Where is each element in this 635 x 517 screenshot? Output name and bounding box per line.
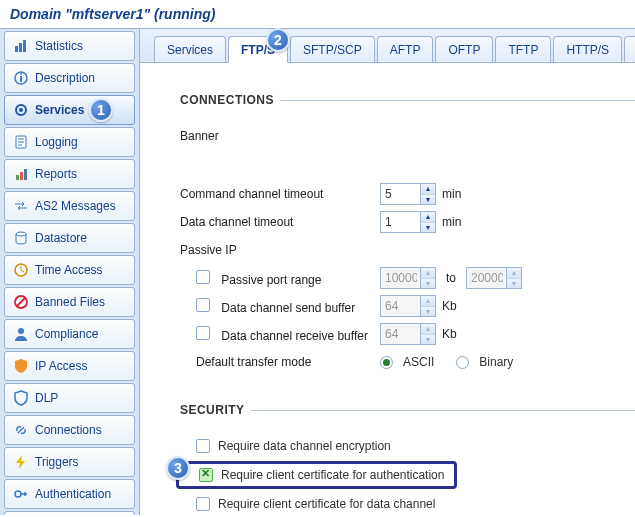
spin-down-icon: ▼ — [420, 335, 435, 345]
sidebar-item-compliance[interactable]: Compliance — [4, 319, 135, 349]
sidebar-item-label: IP Access — [35, 359, 128, 373]
info-icon — [13, 70, 29, 86]
bar-icon — [13, 166, 29, 182]
unit-kb: Kb — [442, 327, 457, 341]
db-icon — [13, 230, 29, 246]
sidebar-item-label: Compliance — [35, 327, 128, 341]
spin-up-icon: ▲ — [506, 268, 521, 279]
tab-strip: Services FTP/S SFTP/SCP AFTP OFTP TFTP H… — [140, 29, 635, 63]
spin-up-icon: ▲ — [420, 268, 435, 279]
spin-down-icon[interactable]: ▼ — [420, 223, 435, 233]
sidebar-item-label: Description — [35, 71, 128, 85]
svg-point-20 — [15, 491, 21, 497]
spin-up-icon[interactable]: ▲ — [420, 212, 435, 223]
require-client-cert-data-label: Require client certificate for data chan… — [218, 497, 435, 511]
content-panel: Services FTP/S SFTP/SCP AFTP OFTP TFTP H… — [140, 29, 635, 515]
sidebar-item-triggers[interactable]: Triggers — [4, 447, 135, 477]
port-range-from-spinner[interactable]: ▲▼ — [380, 267, 436, 289]
cmd-timeout-label: Command channel timeout — [180, 187, 380, 201]
sidebar-item-label: Statistics — [35, 39, 128, 53]
link-icon — [13, 422, 29, 438]
sidebar-item-label: AS2 Messages — [35, 199, 128, 213]
require-client-cert-auth-label: Require client certificate for authentic… — [221, 468, 444, 482]
sidebar-item-label: Authentication — [35, 487, 128, 501]
cmd-timeout-spinner[interactable]: ▲▼ — [380, 183, 436, 205]
highlight-require-client-cert-auth: Require client certificate for authentic… — [176, 461, 457, 489]
require-client-cert-data-checkbox[interactable] — [196, 497, 210, 511]
page-icon — [13, 134, 29, 150]
ban-icon — [13, 294, 29, 310]
chart-icon — [13, 38, 29, 54]
sidebar-item-as2[interactable]: AS2 Messages — [4, 191, 135, 221]
sidebar-item-ip-access[interactable]: IP Access — [4, 351, 135, 381]
sidebar-item-label: Datastore — [35, 231, 128, 245]
svg-rect-12 — [16, 175, 19, 180]
sidebar: Statistics Description Services Logging — [0, 29, 140, 515]
tab-oftp[interactable]: OFTP — [435, 36, 493, 62]
recv-buffer-spinner[interactable]: ▲▼ — [380, 323, 436, 345]
section-connections: CONNECTIONS Banner Command channel timeo… — [180, 93, 635, 383]
port-range-to-spinner[interactable]: ▲▼ — [466, 267, 522, 289]
sidebar-item-label: Triggers — [35, 455, 128, 469]
radio-binary-label: Binary — [479, 355, 513, 369]
svg-rect-4 — [20, 76, 22, 82]
tab-sftp[interactable]: SFTP/SCP — [290, 36, 375, 62]
data-timeout-spinner[interactable]: ▲▼ — [380, 211, 436, 233]
spin-up-icon[interactable]: ▲ — [420, 184, 435, 195]
spin-down-icon[interactable]: ▼ — [420, 195, 435, 205]
sidebar-item-dlp[interactable]: DLP — [4, 383, 135, 413]
require-encryption-checkbox[interactable] — [196, 439, 210, 453]
svg-line-18 — [17, 298, 25, 306]
tab-aftp[interactable]: AFTP — [377, 36, 434, 62]
port-range-checkbox[interactable] — [196, 270, 210, 284]
sidebar-item-time-access[interactable]: Time Access — [4, 255, 135, 285]
sidebar-item-datastore[interactable]: Datastore — [4, 223, 135, 253]
spin-up-icon: ▲ — [420, 324, 435, 335]
require-client-cert-auth-checkbox[interactable] — [199, 468, 213, 482]
recv-buffer-checkbox[interactable] — [196, 326, 210, 340]
tab-services[interactable]: Services — [154, 36, 226, 62]
sidebar-item-statistics[interactable]: Statistics — [4, 31, 135, 61]
send-buffer-checkbox[interactable] — [196, 298, 210, 312]
transfer-mode-label: Default transfer mode — [196, 355, 380, 369]
spin-down-icon: ▼ — [420, 279, 435, 289]
sidebar-item-label: Logging — [35, 135, 128, 149]
spin-up-icon: ▲ — [420, 296, 435, 307]
svg-rect-1 — [19, 43, 22, 52]
section-security-legend: SECURITY — [180, 403, 251, 417]
clock-icon — [13, 262, 29, 278]
sidebar-item-label: Connections — [35, 423, 128, 437]
radio-ascii[interactable] — [380, 356, 393, 369]
unit-kb: Kb — [442, 299, 457, 313]
radio-binary[interactable] — [456, 356, 469, 369]
sidebar-item-description[interactable]: Description — [4, 63, 135, 93]
svg-rect-0 — [15, 46, 18, 52]
sidebar-item-label: Time Access — [35, 263, 128, 277]
send-buffer-spinner[interactable]: ▲▼ — [380, 295, 436, 317]
sidebar-item-banned-files[interactable]: Banned Files — [4, 287, 135, 317]
gear-icon — [13, 102, 29, 118]
unit-min: min — [442, 187, 461, 201]
sidebar-item-logging[interactable]: Logging — [4, 127, 135, 157]
svg-rect-14 — [24, 169, 27, 180]
sidebar-item-label: DLP — [35, 391, 128, 405]
sidebar-item-users[interactable]: Users — [4, 511, 135, 515]
tab-ftps[interactable]: FTP/S — [228, 36, 288, 63]
tab-tftp[interactable]: TFTP — [495, 36, 551, 62]
spin-down-icon: ▼ — [506, 279, 521, 289]
sidebar-item-services[interactable]: Services — [4, 95, 135, 125]
sidebar-item-reports[interactable]: Reports — [4, 159, 135, 189]
to-label: to — [442, 271, 460, 285]
require-encryption-label: Require data channel encryption — [218, 439, 391, 453]
sidebar-item-connections[interactable]: Connections — [4, 415, 135, 445]
bolt-icon — [13, 454, 29, 470]
panel-body: CONNECTIONS Banner Command channel timeo… — [140, 63, 635, 515]
sidebar-item-label: Services — [35, 103, 128, 117]
tab-https[interactable]: HTTP/S — [553, 36, 622, 62]
recv-buffer-label: Data channel receive buffer — [221, 329, 368, 343]
data-timeout-label: Data channel timeout — [180, 215, 380, 229]
passive-ip-label: Passive IP — [180, 243, 380, 257]
shield-icon — [13, 358, 29, 374]
tab-web[interactable]: We — [624, 36, 635, 62]
sidebar-item-authentication[interactable]: Authentication — [4, 479, 135, 509]
